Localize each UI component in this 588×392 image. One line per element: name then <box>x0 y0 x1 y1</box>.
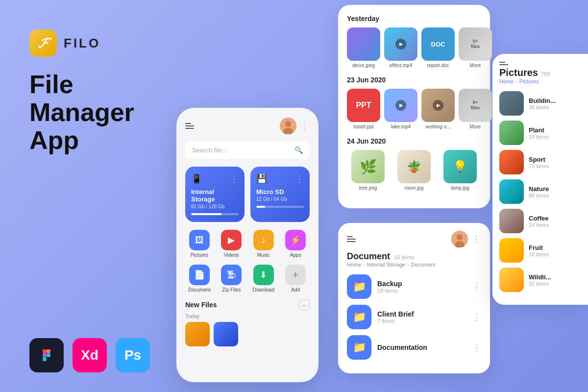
gallery-thumb-lake[interactable]: ▶ lake.mp4 <box>384 89 417 129</box>
sport-sub: 72 items <box>529 163 581 169</box>
backup-info: Backup 19 items <box>377 280 466 294</box>
room-jpg-label: room.jpg <box>405 185 424 191</box>
gallery-date-yesterday: Yesterday <box>347 15 481 23</box>
picture-list-item-nature[interactable]: Nature 88 items <box>499 179 581 204</box>
gallery-thumb-report[interactable]: DOC report.doc <box>421 27 455 68</box>
collapse-button[interactable]: — <box>299 299 310 310</box>
gallery-thumb-decor[interactable]: decor.jpeg <box>347 27 380 68</box>
storage-icon: 📱 <box>191 173 202 184</box>
gallery-thumb-more-1[interactable]: 5+files More <box>459 27 492 68</box>
picture-list-item-coffee[interactable]: Coffee 24 items <box>499 209 581 233</box>
working-label: working o... <box>425 124 450 129</box>
microsd-label: Micro SD <box>256 188 304 196</box>
zipfiles-quick-item[interactable]: 🗜 Zip Files <box>218 265 246 293</box>
new-files-thumbs <box>185 322 310 346</box>
building-sub: 35 items <box>529 104 581 110</box>
micro-sd-card[interactable]: 💾 ⋮ Micro SD 12 Gb / 64 Gb <box>250 167 310 222</box>
pictures-header <box>499 62 581 65</box>
pictures-panel: Pictures 789 Home › Pictures Buildin... … <box>492 54 588 305</box>
documentation-menu-icon[interactable]: ⋮ <box>472 342 481 353</box>
wildlife-info: Wildli... 32 items <box>529 273 581 287</box>
svg-point-9 <box>457 234 463 240</box>
svg-rect-2 <box>43 353 47 357</box>
document-quick-item[interactable]: 📄 Document <box>185 265 214 293</box>
backup-name: Backup <box>377 280 466 288</box>
pictures-label: Pictures <box>191 252 208 258</box>
client-brief-info: Client Brief 7 items <box>377 310 466 324</box>
doc-user-avatar[interactable] <box>451 231 468 247</box>
quick-grid-1: 🖼 Pictures ▶ Videos ♪ Music ⚡ Apps <box>185 230 310 258</box>
fruit-info: Fruit 10 items <box>529 244 581 257</box>
gallery-panel: Yesterday decor.jpeg ▶ effect.mp4 DOC re… <box>338 5 490 208</box>
search-icon: 🔍 <box>294 146 303 154</box>
picture-list-item-building[interactable]: Buildin... 35 items <box>499 91 581 116</box>
folder-icon-backup: 📁 <box>347 274 371 299</box>
pic-breadcrumb-home[interactable]: Home <box>499 78 514 84</box>
card-options-icon[interactable]: ⋮ <box>230 173 239 184</box>
breadcrumb-home[interactable]: Home <box>347 262 361 268</box>
svg-point-6 <box>285 121 291 127</box>
coffee-info: Coffee 24 items <box>529 215 581 228</box>
internal-storage-card[interactable]: 📱 ⋮ Internal Storage 82 Gb / 128 Gb <box>185 167 245 222</box>
fruit-thumb <box>499 238 524 263</box>
building-thumb <box>499 91 524 116</box>
room-jpg-thumb: 🪴 <box>397 150 431 183</box>
breadcrumb: Home › Internal Storage › Document <box>347 262 481 268</box>
gallery-thumb-room[interactable]: 🪴 room.jpg <box>393 150 435 191</box>
gallery-thumb-ppt[interactable]: PPT travel.ppt <box>347 89 380 129</box>
gallery-thumb-tree[interactable]: 🌿 tree.png <box>347 150 389 191</box>
internal-storage-size: 82 Gb / 128 Gb <box>191 204 239 209</box>
new-files-header: New Files — <box>185 299 310 310</box>
gallery-thumb-lamp[interactable]: 💡 lamp.jpg <box>439 150 481 191</box>
quick-grid-2: 📄 Document 🗜 Zip Files ⬇ Download + Add <box>185 265 310 293</box>
options-menu-icon[interactable]: ⋮ <box>300 121 310 131</box>
hamburger-menu-icon[interactable] <box>185 123 194 129</box>
folder-backup[interactable]: 📁 Backup 19 items ⋮ <box>347 274 481 299</box>
user-avatar[interactable] <box>280 118 296 134</box>
backup-menu-icon[interactable]: ⋮ <box>472 281 481 292</box>
pictures-hamburger-icon[interactable] <box>499 62 508 65</box>
lamp-jpg-label: lamp.jpg <box>451 185 469 191</box>
figma-icon <box>29 338 64 372</box>
download-quick-item[interactable]: ⬇ Download <box>249 265 278 293</box>
gallery-thumb-working[interactable]: ▶ working o... <box>421 89 455 129</box>
microsd-icon: 💾 <box>256 173 267 184</box>
doc-hamburger-icon[interactable] <box>347 236 356 242</box>
brand-name: FILO <box>64 36 100 51</box>
tree-png-thumb: 🌿 <box>351 150 385 183</box>
doc-options-icon[interactable]: ⋮ <box>472 234 481 245</box>
decor-jpeg-thumb <box>347 27 380 61</box>
videos-quick-item[interactable]: ▶ Videos <box>218 230 246 258</box>
music-quick-item[interactable]: ♪ Music <box>249 230 278 258</box>
doc-panel: ⋮ Document 16 items Home › Internal Stor… <box>338 223 490 373</box>
breadcrumb-sep-2: › <box>407 262 409 268</box>
wildlife-sub: 32 items <box>529 281 581 287</box>
documentation-name: Documentation <box>377 343 466 351</box>
picture-list-item-wildlife[interactable]: Wildli... 32 items <box>499 268 581 292</box>
search-bar[interactable]: Search file... 🔍 <box>185 141 310 159</box>
gallery-thumb-more-2[interactable]: 5+files More <box>459 89 492 129</box>
pictures-title-row: Pictures 789 <box>499 67 581 78</box>
pictures-quick-item[interactable]: 🖼 Pictures <box>185 230 214 258</box>
apps-label: Apps <box>290 252 301 258</box>
apps-quick-item[interactable]: ⚡ Apps <box>282 230 310 258</box>
picture-list-item-sport[interactable]: Sport 72 items <box>499 150 581 174</box>
phone-main: ⋮ Search file... 🔍 📱 ⋮ Internal Storage … <box>176 108 318 382</box>
wildlife-thumb <box>499 268 524 292</box>
decor-jpeg-label: decor.jpeg <box>352 63 375 68</box>
pic-breadcrumb-pictures: Pictures <box>519 78 539 84</box>
breadcrumb-internal[interactable]: Internal Storage <box>367 262 405 268</box>
breadcrumb-sep-1: › <box>363 262 365 268</box>
sport-info: Sport 72 items <box>529 156 581 169</box>
picture-list-item-plant[interactable]: Plant 19 items <box>499 121 581 145</box>
microsd-options-icon[interactable]: ⋮ <box>295 173 304 184</box>
gallery-row-jun23: PPT travel.ppt ▶ lake.mp4 ▶ working o...… <box>347 89 481 129</box>
folder-documentation[interactable]: 📁 Documentation ⋮ <box>347 335 481 360</box>
add-quick-item[interactable]: + Add <box>282 265 310 293</box>
folder-client-brief[interactable]: 📁 Client Brief 7 items ⋮ <box>347 305 481 329</box>
wildlife-name: Wildli... <box>529 273 581 281</box>
doc-panel-header: ⋮ <box>347 231 481 247</box>
client-brief-menu-icon[interactable]: ⋮ <box>472 312 481 322</box>
picture-list-item-fruit[interactable]: Fruit 10 items <box>499 238 581 263</box>
gallery-thumb-effect[interactable]: ▶ effect.mp4 <box>384 27 417 68</box>
